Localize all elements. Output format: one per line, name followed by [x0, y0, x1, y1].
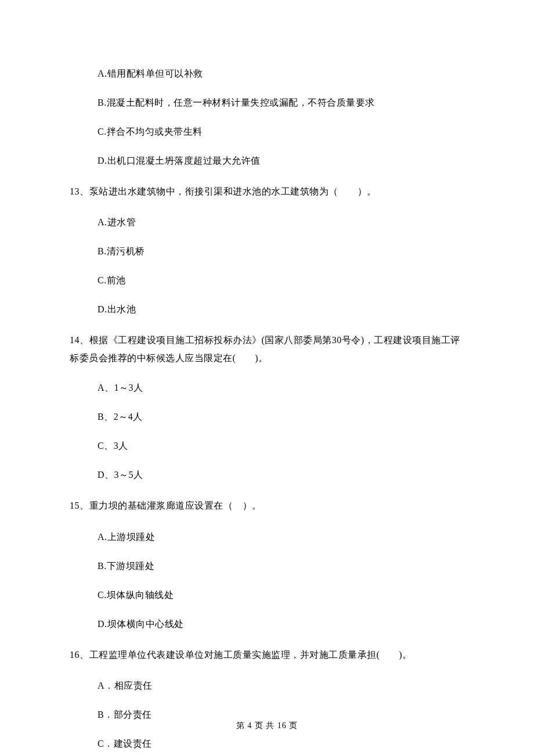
q13-option-b: B.清污机桥: [98, 244, 464, 258]
q15-option-c: C.坝体纵向轴线处: [98, 588, 464, 602]
q16-option-a: A．相应责任: [98, 679, 464, 693]
q12-option-a: A.错用配料单但可以补救: [98, 67, 464, 81]
q14-option-c: C、3人: [98, 439, 464, 453]
q15-option-d: D.坝体横向中心线处: [98, 617, 464, 631]
q15-text: 15、重力坝的基础灌浆廊道应设置在（ ）。: [70, 497, 464, 514]
q12-option-b: B.混凝土配料时，任意一种材料计量失控或漏配，不符合质量要求: [98, 96, 464, 110]
q14-text: 14、根据《工程建设项目施工招标投标办法》(国家八部委局第30号令)，工程建设项…: [70, 332, 464, 367]
page-number-footer: 第 4 页 共 16 页: [0, 719, 534, 732]
q13-option-d: D.出水池: [98, 303, 464, 316]
q14-option-a: A、1～3人: [98, 381, 464, 395]
q15-option-b: B.下游坝踵处: [98, 559, 464, 573]
q16-option-c: C．建设责任: [98, 737, 464, 751]
q12-option-d: D.出机口混凝土坍落度超过最大允许值: [98, 154, 464, 168]
q16-text: 16、工程监理单位代表建设单位对施工质量实施监理，并对施工质量承担( )。: [70, 646, 464, 664]
document-page-content: A.错用配料单但可以补救 B.混凝土配料时，任意一种材料计量失控或漏配，不符合质…: [0, 0, 534, 756]
q15-option-a: A.上游坝踵处: [98, 530, 464, 544]
q14-option-d: D、3～5人: [98, 468, 464, 482]
q13-option-c: C.前池: [98, 273, 464, 287]
q13-option-a: A.进水管: [98, 215, 464, 229]
q12-option-c: C.拌合不均匀或夹带生料: [98, 125, 464, 139]
q13-text: 13、泵站进出水建筑物中，衔接引渠和进水池的水工建筑物为（ ）。: [70, 183, 464, 200]
q14-option-b: B、2～4人: [98, 410, 464, 424]
